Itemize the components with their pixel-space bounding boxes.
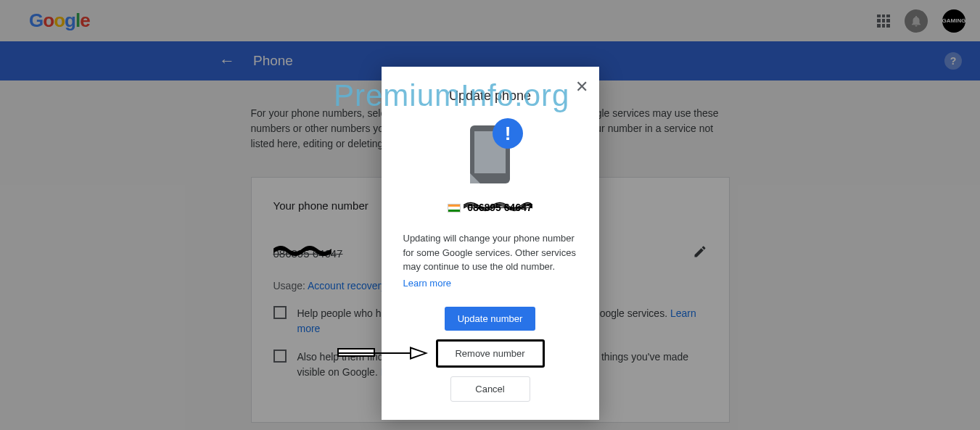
india-flag-icon [448,204,461,212]
modal-learn-more-link[interactable]: Learn more [403,278,577,289]
modal-description: Updating will change your phone number f… [403,231,577,274]
remove-number-button[interactable]: Remove number [436,339,545,368]
update-phone-modal: ✕ Update phone ! 086895 64647 Updating w… [382,67,599,420]
update-number-button[interactable]: Update number [445,307,536,331]
phone-alert-icon: ! [403,125,577,183]
close-icon[interactable]: ✕ [575,78,588,96]
modal-title: Update phone [403,88,577,104]
modal-phone-number: 086895 64647 [403,202,577,213]
cancel-button[interactable]: Cancel [450,376,530,402]
